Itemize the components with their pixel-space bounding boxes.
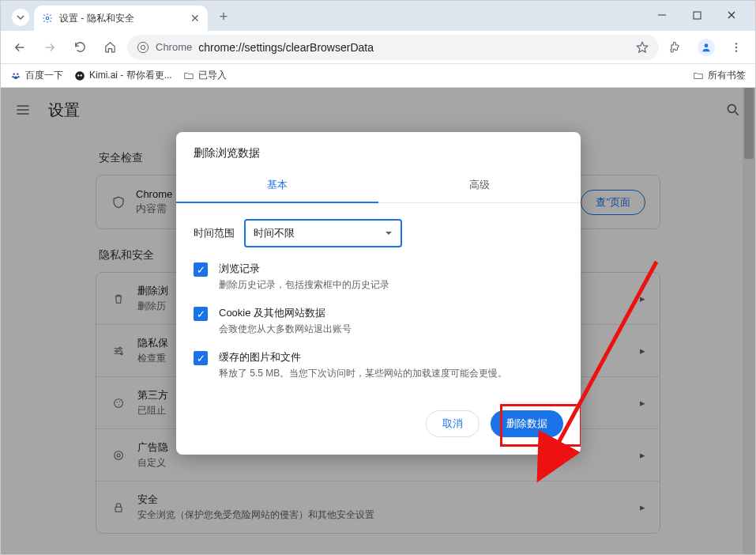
bookmark-item[interactable]: 百度一下 xyxy=(10,69,63,82)
tab-search-button[interactable] xyxy=(12,9,29,26)
svg-point-14 xyxy=(77,74,79,76)
browser-tab[interactable]: 设置 - 隐私和安全 ✕ xyxy=(34,6,208,31)
tab-title: 设置 - 隐私和安全 xyxy=(59,12,184,25)
arrow-left-icon xyxy=(13,40,27,55)
chrome-icon xyxy=(137,41,149,54)
delete-data-button[interactable]: 删除数据 xyxy=(491,410,563,437)
new-tab-button[interactable]: + xyxy=(213,6,235,28)
time-range-row: 时间范围 时间不限 xyxy=(194,219,563,247)
all-bookmarks-button[interactable]: 所有书签 xyxy=(693,69,746,82)
cancel-button[interactable]: 取消 xyxy=(426,410,480,437)
dialog-title: 删除浏览数据 xyxy=(176,132,581,168)
checkbox-row-history: ✓ 浏览记录 删除历史记录，包括搜索框中的历史记录 xyxy=(194,262,563,292)
svg-point-8 xyxy=(13,73,15,74)
checkbox-title: 缓存的图片和文件 xyxy=(219,350,507,364)
home-icon xyxy=(103,40,117,54)
svg-point-3 xyxy=(141,45,145,49)
tab-basic[interactable]: 基本 xyxy=(176,168,378,203)
browser-toolbar: Chrome chrome://settings/clearBrowserDat… xyxy=(1,31,755,64)
extensions-button[interactable] xyxy=(664,35,689,60)
kimi-icon xyxy=(74,70,85,81)
dialog-body: 时间范围 时间不限 ✓ 浏览记录 删除历史记录，包括搜索框中的历史记录 ✓ Co… xyxy=(176,203,581,410)
tab-advanced[interactable]: 高级 xyxy=(378,168,581,203)
bookmark-star-button[interactable] xyxy=(635,40,649,55)
bookmark-label: Kimi.ai - 帮你看更... xyxy=(89,69,172,82)
gear-icon xyxy=(42,13,53,24)
dialog-tabs: 基本 高级 xyxy=(176,168,581,203)
checkbox-title: 浏览记录 xyxy=(219,262,389,276)
bookmarks-bar: 百度一下 Kimi.ai - 帮你看更... 已导入 所有书签 xyxy=(1,64,755,88)
checkbox-cache[interactable]: ✓ xyxy=(194,351,208,365)
all-bookmarks-label: 所有书签 xyxy=(708,69,746,82)
clear-browsing-data-dialog: 删除浏览数据 基本 高级 时间范围 时间不限 ✓ 浏览记录 删除历史记录，包括搜… xyxy=(176,132,581,455)
bookmark-label: 百度一下 xyxy=(25,69,63,82)
svg-point-7 xyxy=(735,50,737,51)
bookmark-item[interactable]: Kimi.ai - 帮你看更... xyxy=(74,69,172,82)
paw-icon xyxy=(10,70,21,81)
dialog-actions: 取消 删除数据 xyxy=(176,410,581,455)
svg-point-12 xyxy=(14,76,18,79)
window-titlebar: 设置 - 隐私和安全 ✕ + xyxy=(1,1,755,31)
svg-point-6 xyxy=(735,46,737,47)
nav-reload-button[interactable] xyxy=(67,35,92,60)
svg-rect-1 xyxy=(694,12,701,19)
svg-point-13 xyxy=(75,71,85,81)
checkbox-cookies[interactable]: ✓ xyxy=(194,307,208,321)
checkbox-history[interactable]: ✓ xyxy=(194,262,208,277)
checkbox-row-cache: ✓ 缓存的图片和文件 释放了 5.5 MB。当您下次访问时，某些网站的加载速度可… xyxy=(194,350,563,380)
window-minimize-button[interactable] xyxy=(645,4,679,26)
address-bar[interactable]: Chrome chrome://settings/clearBrowserDat… xyxy=(127,35,659,60)
dropdown-arrow-icon xyxy=(385,229,393,237)
bookmark-label: 已导入 xyxy=(198,69,227,82)
reload-icon xyxy=(73,40,87,54)
checkbox-subtitle: 删除历史记录，包括搜索框中的历史记录 xyxy=(219,278,389,292)
checkbox-subtitle: 释放了 5.5 MB。当您下次访问时，某些网站的加载速度可能会更慢。 xyxy=(219,366,507,380)
checkbox-subtitle: 会致使您从大多数网站退出账号 xyxy=(219,322,352,336)
profile-button[interactable] xyxy=(694,35,719,60)
puzzle-icon xyxy=(669,40,683,55)
svg-point-0 xyxy=(46,17,49,20)
window-close-button[interactable] xyxy=(714,4,749,26)
folder-icon xyxy=(693,70,704,81)
window-maximize-button[interactable] xyxy=(679,4,714,26)
time-range-label: 时间范围 xyxy=(194,226,235,240)
time-range-value: 时间不限 xyxy=(254,226,295,240)
window-controls xyxy=(645,4,749,26)
svg-point-9 xyxy=(17,73,18,74)
tab-close-button[interactable]: ✕ xyxy=(190,12,200,25)
svg-point-4 xyxy=(705,43,709,47)
chrome-menu-button[interactable] xyxy=(724,35,749,60)
nav-home-button[interactable] xyxy=(97,35,122,60)
checkbox-row-cookies: ✓ Cookie 及其他网站数据 会致使您从大多数网站退出账号 xyxy=(194,306,563,336)
svg-point-11 xyxy=(17,76,19,77)
nav-forward-button xyxy=(37,35,62,60)
bookmark-folder[interactable]: 已导入 xyxy=(183,69,227,82)
svg-point-15 xyxy=(81,74,82,76)
time-range-select[interactable]: 时间不限 xyxy=(244,219,402,247)
omnibox-url: chrome://settings/clearBrowserData xyxy=(198,41,374,54)
nav-back-button[interactable] xyxy=(7,35,32,60)
svg-point-5 xyxy=(735,43,737,44)
chevron-down-icon xyxy=(17,13,24,21)
arrow-right-icon xyxy=(43,40,57,55)
checkbox-title: Cookie 及其他网站数据 xyxy=(219,306,352,320)
svg-point-2 xyxy=(137,42,148,52)
person-icon xyxy=(701,42,712,53)
svg-point-10 xyxy=(12,76,13,77)
omnibox-origin-label: Chrome xyxy=(156,41,192,53)
page-content: 设置 安全检查 Chrome 内容需 查"页面 隐私和安全 删除浏删除历 ▸ 隐… xyxy=(1,88,755,554)
star-icon xyxy=(635,40,649,55)
kebab-icon xyxy=(730,41,743,54)
folder-icon xyxy=(183,70,194,81)
